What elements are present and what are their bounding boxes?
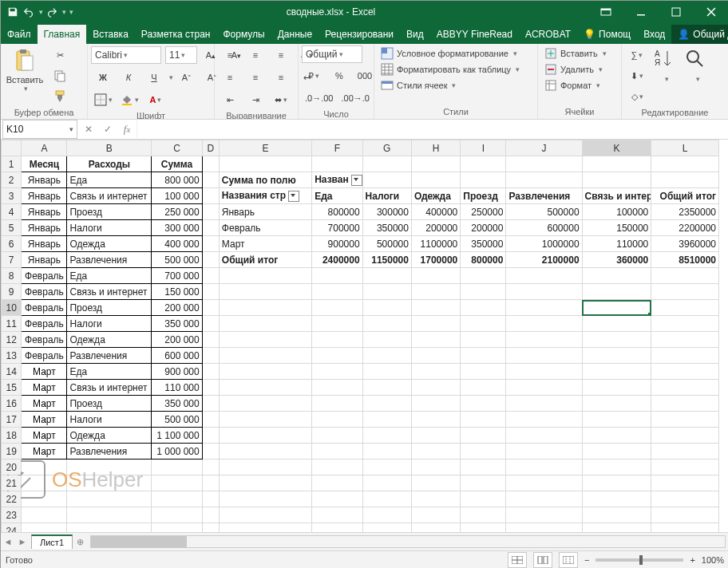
cell-H21[interactable] — [411, 475, 460, 491]
cell-K9[interactable] — [582, 284, 651, 300]
cell-A15[interactable]: Март — [22, 380, 67, 396]
cell-H13[interactable] — [411, 348, 460, 364]
cell-J7[interactable]: 2100000 — [506, 252, 582, 268]
cut-button[interactable]: ✂ — [48, 45, 72, 65]
cell-B4[interactable]: Проезд — [67, 204, 152, 220]
cell-K2[interactable] — [582, 172, 651, 188]
row-header-8[interactable]: 8 — [2, 268, 22, 284]
cell-K22[interactable] — [582, 491, 651, 507]
cell-G6[interactable]: 500000 — [362, 236, 411, 252]
cell-F8[interactable] — [312, 268, 362, 284]
cell-H14[interactable] — [411, 364, 460, 380]
cell-G10[interactable] — [362, 300, 411, 316]
cell-I17[interactable] — [461, 412, 506, 428]
tab-acrobat[interactable]: ACROBAT — [519, 25, 577, 44]
col-header-L[interactable]: L — [651, 140, 719, 156]
cell-C23[interactable] — [152, 507, 202, 523]
cell-L2[interactable] — [651, 172, 719, 188]
cell-E13[interactable] — [219, 348, 311, 364]
cell-K4[interactable]: 100000 — [582, 204, 651, 220]
cell-H5[interactable]: 200000 — [411, 220, 460, 236]
cell-F11[interactable] — [312, 316, 362, 332]
row-header-24[interactable]: 24 — [2, 523, 22, 533]
cell-B6[interactable]: Одежда — [67, 236, 152, 252]
cell-E20[interactable] — [219, 460, 311, 475]
cell-F22[interactable] — [312, 491, 362, 507]
cell-J10[interactable] — [506, 300, 582, 316]
cell-D19[interactable] — [202, 444, 219, 460]
cell-C4[interactable]: 250 000 — [152, 204, 202, 220]
cell-J20[interactable] — [506, 460, 582, 475]
align-left-button[interactable]: ≡ — [218, 68, 242, 87]
merge-button[interactable]: ⬌▾ — [269, 90, 293, 109]
tell-me[interactable]: 💡Помощ — [577, 25, 637, 44]
insert-cells-button[interactable]: Вставить▾ — [541, 45, 610, 61]
cell-B20[interactable] — [67, 460, 152, 475]
cell-D2[interactable] — [202, 172, 219, 188]
row-header-14[interactable]: 14 — [2, 364, 22, 380]
cell-I22[interactable] — [461, 491, 506, 507]
ribbon-options-icon[interactable] — [588, 1, 623, 23]
cell-H18[interactable] — [411, 428, 460, 444]
cell-F5[interactable]: 700000 — [312, 220, 362, 236]
col-header-I[interactable]: I — [461, 140, 506, 156]
cell-B12[interactable]: Одежда — [67, 332, 152, 348]
cell-F16[interactable] — [312, 396, 362, 412]
cell-L21[interactable] — [651, 475, 719, 491]
cell-L22[interactable] — [651, 491, 719, 507]
enter-formula-button[interactable]: ✓ — [98, 120, 117, 138]
cell-L19[interactable] — [651, 444, 719, 460]
cell-E9[interactable] — [219, 284, 311, 300]
row-header-12[interactable]: 12 — [2, 332, 22, 348]
col-header-F[interactable]: F — [312, 140, 362, 156]
undo-dropdown-icon[interactable]: ▾ — [39, 8, 43, 16]
cell-J1[interactable] — [506, 156, 582, 172]
cell-K11[interactable] — [582, 316, 651, 332]
cell-I18[interactable] — [461, 428, 506, 444]
row-header-2[interactable]: 2 — [2, 172, 22, 188]
cell-C7[interactable]: 500 000 — [152, 252, 202, 268]
row-header-10[interactable]: 10 — [2, 300, 22, 316]
select-all-corner[interactable] — [2, 140, 22, 156]
cell-H17[interactable] — [411, 412, 460, 428]
cell-D24[interactable] — [202, 523, 219, 533]
cell-C14[interactable]: 900 000 — [152, 364, 202, 380]
cell-K1[interactable] — [582, 156, 651, 172]
zoom-value[interactable]: 100% — [702, 555, 724, 565]
cell-D14[interactable] — [202, 364, 219, 380]
pivot-row-filter[interactable] — [288, 191, 299, 202]
cell-I24[interactable] — [461, 523, 506, 533]
cell-E7[interactable]: Общий итог — [219, 252, 311, 268]
cell-G7[interactable]: 1150000 — [362, 252, 411, 268]
cell-D7[interactable] — [202, 252, 219, 268]
sheet-prev-button[interactable]: ◄ — [1, 537, 15, 546]
cell-B22[interactable] — [67, 491, 152, 507]
cell-G24[interactable] — [362, 523, 411, 533]
cell-K12[interactable] — [582, 332, 651, 348]
cell-J18[interactable] — [506, 428, 582, 444]
cell-D17[interactable] — [202, 412, 219, 428]
cell-B18[interactable]: Одежда — [67, 428, 152, 444]
cell-A12[interactable]: Февраль — [22, 332, 67, 348]
insert-function-button[interactable]: fx — [117, 120, 136, 138]
row-header-6[interactable]: 6 — [2, 236, 22, 252]
row-header-21[interactable]: 21 — [2, 475, 22, 491]
cell-J24[interactable] — [506, 523, 582, 533]
cell-E1[interactable] — [219, 156, 311, 172]
cell-I21[interactable] — [461, 475, 506, 491]
cell-B13[interactable]: Развлечения — [67, 348, 152, 364]
cell-D21[interactable] — [202, 475, 219, 491]
cell-D13[interactable] — [202, 348, 219, 364]
cell-F17[interactable] — [312, 412, 362, 428]
cell-E2[interactable]: Сумма по полю — [219, 172, 311, 188]
cell-A7[interactable]: Январь — [22, 252, 67, 268]
tab-file[interactable]: Файл — [1, 25, 38, 44]
font-name-input[interactable]: Calibri▾ — [91, 46, 161, 64]
cell-A17[interactable]: Март — [22, 412, 67, 428]
cell-K21[interactable] — [582, 475, 651, 491]
cell-A16[interactable]: Март — [22, 396, 67, 412]
cell-B21[interactable] — [67, 475, 152, 491]
cell-B24[interactable] — [67, 523, 152, 533]
cell-H24[interactable] — [411, 523, 460, 533]
cell-J21[interactable] — [506, 475, 582, 491]
